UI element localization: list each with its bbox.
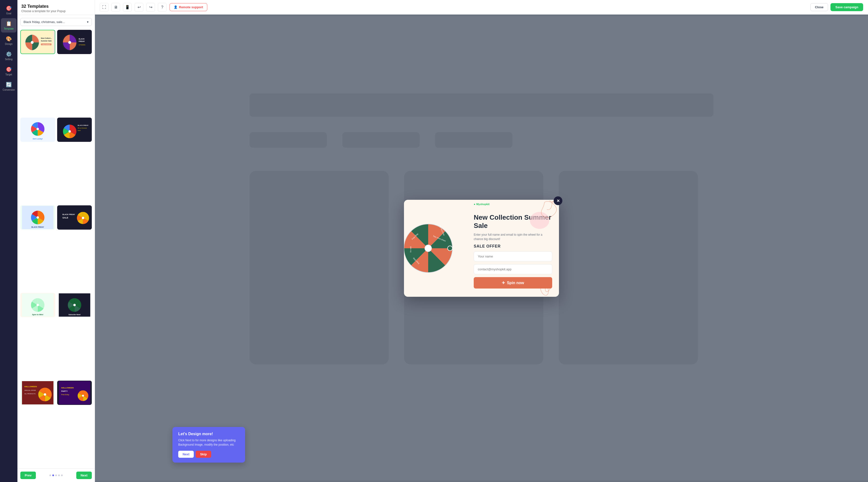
template-preview-1: New Collect... Summer Sale SALE OFFER bbox=[21, 30, 55, 54]
svg-text:ALL PRODUCTS: ALL PRODUCTS bbox=[25, 393, 36, 395]
setting-icon: ⚙️ bbox=[6, 51, 12, 57]
nav-label-template: Template bbox=[4, 27, 14, 30]
dot-4 bbox=[58, 475, 60, 476]
nav-label-conversion: Conversion bbox=[3, 88, 15, 91]
nav-label-design: Design bbox=[5, 43, 12, 45]
svg-text:Get Lucky!: Get Lucky! bbox=[33, 138, 42, 140]
tablet-icon[interactable]: 📱 bbox=[123, 3, 132, 12]
sidebar-bottom: Prev Next bbox=[18, 469, 95, 482]
template-card-8[interactable]: Subscibe Now! bbox=[57, 293, 92, 317]
remote-support-button[interactable]: 👤 Remote support bbox=[169, 3, 207, 11]
name-input[interactable] bbox=[474, 251, 552, 261]
svg-text:BLACK FRIDAY: BLACK FRIDAY bbox=[31, 226, 44, 228]
templates-grid: New Collect... Summer Sale SALE OFFER BL… bbox=[18, 28, 95, 469]
dot-1 bbox=[50, 475, 51, 476]
popup-logo: ● Myshopkit bbox=[474, 203, 490, 206]
nav-item-goal[interactable]: 🎯 Goal bbox=[1, 3, 17, 17]
prev-button[interactable]: Prev bbox=[20, 472, 36, 479]
nav-item-design[interactable]: 🎨 Design bbox=[1, 33, 17, 48]
svg-text:Win an Exclusive: Win an Exclusive bbox=[78, 127, 87, 129]
svg-rect-56 bbox=[342, 132, 420, 148]
spin-button[interactable]: ✈ Spin now bbox=[474, 277, 552, 288]
tooltip-bubble: Let's Design more! Click Next to for mor… bbox=[173, 427, 245, 462]
template-preview-3: Get Lucky! bbox=[21, 118, 55, 142]
template-card-7[interactable]: Spin to Win! bbox=[20, 293, 55, 317]
save-campaign-button[interactable]: Save campaign bbox=[831, 3, 863, 11]
main-area: ⛶ 🖥 📱 ↩ ↪ ? 👤 Remote support Close Save … bbox=[95, 0, 868, 482]
svg-text:HALLOWEEN: HALLOWEEN bbox=[25, 386, 37, 388]
tooltip-next-button[interactable]: Next bbox=[178, 451, 194, 458]
nav-item-conversion[interactable]: 🔄 Conversion bbox=[1, 79, 17, 93]
nav-item-setting[interactable]: ⚙️ Setting bbox=[1, 49, 17, 63]
svg-rect-57 bbox=[435, 132, 512, 148]
svg-text:Summer Sale: Summer Sale bbox=[41, 40, 52, 42]
desktop-icon[interactable]: 🖥 bbox=[112, 3, 120, 12]
svg-text:SPECIAL OFFER: SPECIAL OFFER bbox=[25, 390, 36, 391]
popup-left-panel: Two more times Try next time Free Ship S… bbox=[404, 200, 467, 297]
popup-modal: ✕ bbox=[404, 200, 559, 297]
template-icon: 📋 bbox=[6, 21, 12, 26]
svg-text:New Collect...: New Collect... bbox=[41, 37, 52, 39]
design-icon: 🎨 bbox=[6, 36, 12, 42]
template-card-5[interactable]: BLACK FRIDAY GIVEAWAY! bbox=[20, 205, 55, 230]
logo-text: Myshopkit bbox=[476, 203, 490, 206]
nav-label-goal: Goal bbox=[6, 12, 11, 15]
template-card-10[interactable]: HALLOWEEN PARTY Free Entry bbox=[57, 381, 92, 405]
svg-text:BLACK FRIDAY: BLACK FRIDAY bbox=[78, 124, 88, 126]
svg-point-15 bbox=[37, 128, 39, 130]
template-preview-5: BLACK FRIDAY GIVEAWAY! bbox=[21, 206, 55, 230]
nav-item-target[interactable]: 🎯 Target bbox=[1, 64, 17, 78]
svg-point-19 bbox=[68, 130, 71, 133]
tooltip-buttons: Next Skip bbox=[178, 451, 239, 458]
fullscreen-icon[interactable]: ⛶ bbox=[100, 3, 108, 12]
svg-text:GIVEAWAY!: GIVEAWAY! bbox=[34, 229, 42, 230]
template-card-4[interactable]: BLACK FRIDAY Win an Exclusive prize! bbox=[57, 118, 92, 142]
help-icon[interactable]: ? bbox=[158, 3, 166, 12]
redo-icon[interactable]: ↪ bbox=[146, 3, 155, 12]
template-preview-2: BLACK FRIDAY CITEWDE bbox=[58, 30, 92, 54]
template-preview-6: BLACK FRIDAY SALE bbox=[58, 206, 92, 230]
svg-point-2 bbox=[31, 41, 34, 44]
template-card-1[interactable]: New Collect... Summer Sale SALE OFFER bbox=[20, 30, 55, 54]
filter-dropdown[interactable]: Black friday, christmas, sale... ▾ bbox=[20, 18, 92, 26]
spin-wheel: Two more times Try next time Free Ship S… bbox=[404, 222, 455, 275]
email-input[interactable] bbox=[474, 264, 552, 274]
top-bar-left: ⛶ 🖥 📱 ↩ ↪ ? 👤 Remote support bbox=[100, 3, 207, 12]
wheel-container: Two more times Try next time Free Ship S… bbox=[404, 222, 455, 275]
template-card-9[interactable]: HALLOWEEN SPECIAL OFFER ALL PRODUCTS bbox=[20, 381, 55, 405]
svg-text:Subscibe Now!: Subscibe Now! bbox=[68, 314, 81, 315]
template-card-3[interactable]: Get Lucky! bbox=[20, 118, 55, 142]
goal-icon: 🎯 bbox=[6, 5, 12, 11]
svg-point-52 bbox=[82, 395, 84, 397]
template-card-2[interactable]: BLACK FRIDAY CITEWDE bbox=[57, 30, 92, 54]
svg-text:PARTY: PARTY bbox=[61, 390, 68, 392]
svg-rect-58 bbox=[249, 171, 389, 364]
popup-subtitle: Enter your full name and email to spin t… bbox=[474, 232, 552, 241]
dot-2 bbox=[52, 475, 54, 476]
template-preview-4: BLACK FRIDAY Win an Exclusive prize! bbox=[58, 118, 92, 142]
svg-point-69 bbox=[447, 246, 453, 251]
next-button[interactable]: Next bbox=[76, 472, 92, 479]
template-card-6[interactable]: BLACK FRIDAY SALE bbox=[57, 205, 92, 230]
popup-close-button[interactable]: ✕ bbox=[554, 196, 562, 205]
template-preview-9: HALLOWEEN SPECIAL OFFER ALL PRODUCTS bbox=[21, 381, 55, 405]
user-icon: 👤 bbox=[174, 5, 178, 9]
svg-text:Free Entry: Free Entry bbox=[61, 394, 69, 396]
svg-rect-55 bbox=[249, 132, 327, 148]
svg-point-68 bbox=[425, 245, 432, 252]
chevron-down-icon: ▾ bbox=[87, 20, 89, 24]
svg-point-25 bbox=[37, 216, 39, 219]
svg-rect-54 bbox=[249, 93, 713, 117]
tooltip-skip-button[interactable]: Skip bbox=[196, 451, 211, 458]
top-bar: ⛶ 🖥 📱 ↩ ↪ ? 👤 Remote support Close Save … bbox=[95, 0, 868, 15]
svg-text:SALE: SALE bbox=[62, 217, 68, 219]
sidebar-title: 32 Templates bbox=[21, 4, 91, 9]
conversion-icon: 🔄 bbox=[6, 82, 12, 87]
nav-item-template[interactable]: 📋 Template bbox=[1, 18, 17, 32]
svg-text:CITEWDE: CITEWDE bbox=[79, 44, 85, 46]
left-nav: 🎯 Goal 📋 Template 🎨 Design ⚙️ Setting 🎯 … bbox=[0, 0, 18, 482]
send-icon: ✈ bbox=[502, 281, 505, 285]
tooltip-text: Click Next to for more designs like uplo… bbox=[178, 438, 239, 447]
undo-icon[interactable]: ↩ bbox=[135, 3, 144, 12]
close-button[interactable]: Close bbox=[810, 3, 828, 11]
